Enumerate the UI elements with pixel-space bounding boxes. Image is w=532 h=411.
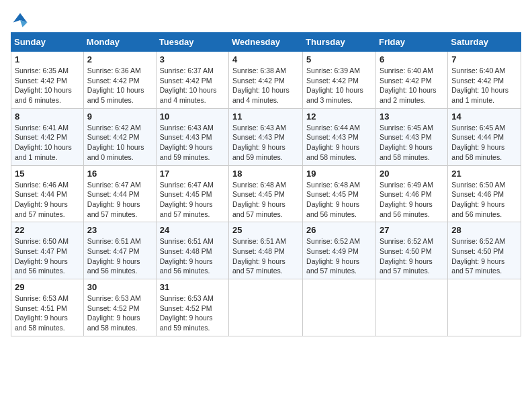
logo-icon — [11, 11, 30, 30]
calendar-day-cell: 10 Sunrise: 6:43 AMSunset: 4:43 PMDaylig… — [156, 108, 228, 165]
calendar-day-cell: 25 Sunrise: 6:51 AMSunset: 4:48 PMDaylig… — [229, 222, 303, 279]
calendar-day-cell: 13 Sunrise: 6:45 AMSunset: 4:43 PMDaylig… — [375, 108, 447, 165]
weekday-header: Monday — [83, 33, 156, 52]
calendar-day-cell: 17 Sunrise: 6:47 AMSunset: 4:45 PMDaylig… — [156, 165, 228, 222]
day-number: 11 — [232, 111, 299, 122]
calendar-day-cell — [375, 279, 447, 336]
weekday-header: Sunday — [11, 33, 84, 52]
day-detail: Sunrise: 6:52 AMSunset: 4:50 PMDaylight:… — [380, 237, 433, 275]
day-detail: Sunrise: 6:39 AMSunset: 4:42 PMDaylight:… — [306, 66, 363, 104]
weekday-header: Saturday — [448, 33, 521, 52]
day-detail: Sunrise: 6:37 AMSunset: 4:42 PMDaylight:… — [160, 66, 217, 104]
day-number: 30 — [87, 282, 152, 292]
calendar-day-cell: 16 Sunrise: 6:47 AMSunset: 4:44 PMDaylig… — [83, 165, 156, 222]
day-number: 27 — [380, 225, 444, 235]
day-detail: Sunrise: 6:49 AMSunset: 4:46 PMDaylight:… — [380, 181, 433, 218]
calendar-day-cell: 19 Sunrise: 6:48 AMSunset: 4:45 PMDaylig… — [303, 165, 376, 222]
day-detail: Sunrise: 6:51 AMSunset: 4:47 PMDaylight:… — [87, 237, 141, 275]
calendar-header: SundayMondayTuesdayWednesdayThursdayFrid… — [11, 33, 521, 52]
day-detail: Sunrise: 6:53 AMSunset: 4:51 PMDaylight:… — [15, 294, 69, 332]
day-number: 15 — [15, 169, 80, 179]
weekday-header: Thursday — [303, 33, 376, 52]
day-number: 16 — [87, 169, 152, 179]
day-number: 9 — [87, 111, 152, 122]
day-detail: Sunrise: 6:46 AMSunset: 4:44 PMDaylight:… — [15, 181, 69, 218]
weekday-header: Friday — [375, 33, 447, 52]
day-detail: Sunrise: 6:41 AMSunset: 4:42 PMDaylight:… — [15, 124, 72, 161]
calendar-day-cell: 31 Sunrise: 6:53 AMSunset: 4:52 PMDaylig… — [156, 279, 228, 336]
day-number: 3 — [160, 54, 225, 64]
header — [11, 11, 521, 30]
day-number: 24 — [160, 225, 225, 235]
calendar-week-row: 15 Sunrise: 6:46 AMSunset: 4:44 PMDaylig… — [11, 165, 521, 222]
calendar-day-cell — [229, 279, 303, 336]
calendar-day-cell: 14 Sunrise: 6:45 AMSunset: 4:44 PMDaylig… — [448, 108, 521, 165]
weekday-header-row: SundayMondayTuesdayWednesdayThursdayFrid… — [11, 33, 521, 52]
day-detail: Sunrise: 6:50 AMSunset: 4:46 PMDaylight:… — [451, 181, 505, 218]
calendar-day-cell: 2 Sunrise: 6:36 AMSunset: 4:42 PMDayligh… — [83, 52, 156, 109]
calendar-day-cell — [448, 279, 521, 336]
calendar-table: SundayMondayTuesdayWednesdayThursdayFrid… — [11, 32, 521, 336]
day-number: 26 — [306, 225, 372, 235]
day-number: 13 — [380, 111, 444, 122]
svg-marker-0 — [13, 13, 28, 23]
calendar-day-cell: 28 Sunrise: 6:52 AMSunset: 4:50 PMDaylig… — [448, 222, 521, 279]
day-detail: Sunrise: 6:51 AMSunset: 4:48 PMDaylight:… — [160, 237, 214, 275]
day-number: 18 — [232, 169, 299, 179]
calendar-week-row: 8 Sunrise: 6:41 AMSunset: 4:42 PMDayligh… — [11, 108, 521, 165]
day-detail: Sunrise: 6:40 AMSunset: 4:42 PMDaylight:… — [380, 66, 437, 104]
day-number: 6 — [380, 54, 444, 64]
day-detail: Sunrise: 6:47 AMSunset: 4:44 PMDaylight:… — [87, 181, 141, 218]
day-number: 1 — [15, 54, 80, 64]
day-number: 8 — [15, 111, 80, 122]
calendar-week-row: 1 Sunrise: 6:35 AMSunset: 4:42 PMDayligh… — [11, 52, 521, 109]
weekday-header: Tuesday — [156, 33, 228, 52]
calendar-day-cell: 4 Sunrise: 6:38 AMSunset: 4:42 PMDayligh… — [229, 52, 303, 109]
page-container: SundayMondayTuesdayWednesdayThursdayFrid… — [11, 11, 521, 336]
day-number: 5 — [306, 54, 372, 64]
day-number: 4 — [232, 54, 299, 64]
day-number: 22 — [15, 225, 80, 235]
calendar-day-cell: 15 Sunrise: 6:46 AMSunset: 4:44 PMDaylig… — [11, 165, 84, 222]
day-number: 28 — [451, 225, 517, 235]
day-number: 19 — [306, 169, 372, 179]
day-detail: Sunrise: 6:45 AMSunset: 4:44 PMDaylight:… — [451, 124, 505, 161]
calendar-day-cell: 29 Sunrise: 6:53 AMSunset: 4:51 PMDaylig… — [11, 279, 84, 336]
day-detail: Sunrise: 6:47 AMSunset: 4:45 PMDaylight:… — [160, 181, 214, 218]
day-detail: Sunrise: 6:48 AMSunset: 4:45 PMDaylight:… — [232, 181, 286, 218]
day-detail: Sunrise: 6:44 AMSunset: 4:43 PMDaylight:… — [306, 124, 360, 161]
day-number: 25 — [232, 225, 299, 235]
day-detail: Sunrise: 6:53 AMSunset: 4:52 PMDaylight:… — [160, 294, 214, 332]
day-detail: Sunrise: 6:38 AMSunset: 4:42 PMDaylight:… — [232, 66, 290, 104]
calendar-body: 1 Sunrise: 6:35 AMSunset: 4:42 PMDayligh… — [11, 52, 521, 336]
day-detail: Sunrise: 6:51 AMSunset: 4:48 PMDaylight:… — [232, 237, 286, 275]
calendar-day-cell: 22 Sunrise: 6:50 AMSunset: 4:47 PMDaylig… — [11, 222, 84, 279]
calendar-day-cell: 20 Sunrise: 6:49 AMSunset: 4:46 PMDaylig… — [375, 165, 447, 222]
day-detail: Sunrise: 6:36 AMSunset: 4:42 PMDaylight:… — [87, 66, 144, 104]
day-detail: Sunrise: 6:35 AMSunset: 4:42 PMDaylight:… — [15, 66, 72, 104]
day-detail: Sunrise: 6:50 AMSunset: 4:47 PMDaylight:… — [15, 237, 69, 275]
day-detail: Sunrise: 6:40 AMSunset: 4:42 PMDaylight:… — [451, 66, 508, 104]
calendar-week-row: 22 Sunrise: 6:50 AMSunset: 4:47 PMDaylig… — [11, 222, 521, 279]
day-detail: Sunrise: 6:52 AMSunset: 4:50 PMDaylight:… — [451, 237, 505, 275]
day-number: 31 — [160, 282, 225, 292]
calendar-day-cell: 23 Sunrise: 6:51 AMSunset: 4:47 PMDaylig… — [83, 222, 156, 279]
calendar-day-cell — [303, 279, 376, 336]
day-detail: Sunrise: 6:45 AMSunset: 4:43 PMDaylight:… — [380, 124, 433, 161]
day-number: 23 — [87, 225, 152, 235]
calendar-day-cell: 24 Sunrise: 6:51 AMSunset: 4:48 PMDaylig… — [156, 222, 228, 279]
calendar-day-cell: 18 Sunrise: 6:48 AMSunset: 4:45 PMDaylig… — [229, 165, 303, 222]
day-detail: Sunrise: 6:42 AMSunset: 4:42 PMDaylight:… — [87, 124, 144, 161]
calendar-day-cell: 27 Sunrise: 6:52 AMSunset: 4:50 PMDaylig… — [375, 222, 447, 279]
day-detail: Sunrise: 6:43 AMSunset: 4:43 PMDaylight:… — [160, 124, 214, 161]
calendar-day-cell: 9 Sunrise: 6:42 AMSunset: 4:42 PMDayligh… — [83, 108, 156, 165]
calendar-day-cell: 7 Sunrise: 6:40 AMSunset: 4:42 PMDayligh… — [448, 52, 521, 109]
calendar-day-cell: 5 Sunrise: 6:39 AMSunset: 4:42 PMDayligh… — [303, 52, 376, 109]
weekday-header: Wednesday — [229, 33, 303, 52]
day-number: 12 — [306, 111, 372, 122]
calendar-day-cell: 11 Sunrise: 6:43 AMSunset: 4:43 PMDaylig… — [229, 108, 303, 165]
day-detail: Sunrise: 6:52 AMSunset: 4:49 PMDaylight:… — [306, 237, 360, 275]
calendar-day-cell: 12 Sunrise: 6:44 AMSunset: 4:43 PMDaylig… — [303, 108, 376, 165]
calendar-day-cell: 1 Sunrise: 6:35 AMSunset: 4:42 PMDayligh… — [11, 52, 84, 109]
day-number: 14 — [451, 111, 517, 122]
